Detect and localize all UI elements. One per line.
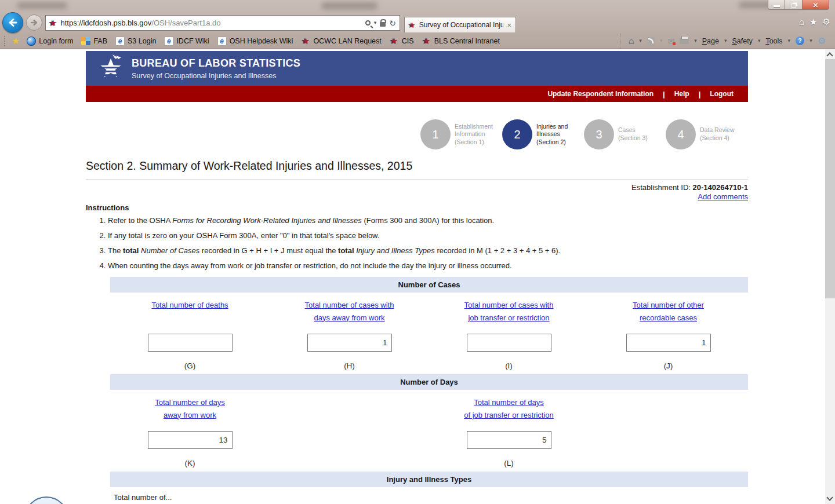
rss-caret-icon[interactable]: ▾ — [660, 38, 663, 43]
window-controls: × — [768, 0, 829, 10]
step-cases[interactable]: 3 Cases (Section 3) — [584, 119, 666, 149]
establishment-id-label: Establishment ID: — [631, 183, 693, 192]
favorites-bar-item[interactable]: Login form — [23, 34, 77, 48]
other-recordable-cases-link-line2[interactable]: recordable cases — [589, 312, 748, 324]
days-away-cases-link-line2[interactable]: days away from work — [270, 312, 429, 324]
input-j-other-recordable[interactable] — [626, 334, 711, 352]
input-g-total-deaths[interactable] — [148, 334, 233, 352]
address-bar[interactable]: ★ https://idcfdosh.psb.bls.gov/OSH/saveP… — [45, 15, 400, 31]
print-icon[interactable] — [680, 38, 689, 44]
input-k-days-away[interactable] — [148, 431, 233, 449]
cases-col-i: Total number of cases with job transfer … — [429, 299, 589, 324]
print-caret-icon[interactable]: ▾ — [694, 38, 697, 43]
forward-button[interactable] — [26, 14, 42, 31]
favorites-bar-item[interactable]: eOSH Helpdesk Wiki — [213, 34, 297, 48]
scrollbar-thumb[interactable] — [825, 59, 835, 298]
code-i: (I) — [429, 361, 589, 370]
code-k: (K) — [110, 459, 270, 468]
refresh-icon[interactable]: ↻ — [389, 19, 396, 27]
add-comments-link[interactable]: Add comments — [698, 192, 748, 201]
restore-icon — [792, 3, 796, 8]
rss-feed-icon[interactable] — [647, 37, 655, 45]
days-away-link[interactable]: Total number of days — [110, 396, 270, 409]
home-page-icon[interactable]: ⌂ — [629, 36, 634, 46]
job-transfer-cases-link-line2[interactable]: job transfer or restriction — [429, 312, 589, 324]
minimize-button[interactable] — [768, 0, 785, 10]
number-of-days-header: Number of Days — [110, 374, 748, 390]
restore-button[interactable] — [785, 0, 803, 10]
favorites-bar-item[interactable]: ★BLS Central Intranet — [418, 34, 504, 48]
favorites-drag-handle[interactable] — [4, 36, 6, 46]
favorites-star-icon[interactable]: ★ — [809, 17, 817, 26]
gear-icon[interactable]: ⚙ — [818, 36, 826, 46]
input-i-job-transfer-cases[interactable] — [467, 334, 551, 352]
step-injuries-illnesses[interactable]: 2 Injuries and Illnesses (Section 2) — [502, 119, 584, 149]
days-inputs-row — [110, 431, 748, 449]
instruction-item: If any total is zero on your OSHA Form 3… — [108, 231, 697, 241]
scroll-down-icon[interactable] — [826, 494, 833, 501]
establishment-meta: Establishment ID: 20-140264710-1 Add com… — [86, 183, 748, 202]
days-codes-row: (K) (L) — [110, 459, 748, 468]
update-respondent-link[interactable]: Update Respondent Information — [547, 90, 654, 98]
url-text[interactable]: https://idcfdosh.psb.bls.gov/OSH/savePar… — [60, 19, 361, 27]
tools-caret-icon[interactable]: ▾ — [788, 38, 791, 43]
site-favicon: ★ — [49, 19, 57, 27]
input-l-days-job-transfer[interactable] — [467, 431, 551, 449]
input-h-days-away-cases[interactable] — [307, 334, 392, 352]
scroll-up-icon[interactable] — [826, 52, 833, 59]
tab-close-icon[interactable]: × — [507, 21, 511, 30]
help-icon[interactable]: ? — [796, 36, 804, 45]
step-4-circle: 4 — [666, 119, 696, 149]
step-establishment-information[interactable]: 1 Establishment Information (Section 1) — [420, 119, 502, 149]
step-data-review[interactable]: 4 Data Review (Section 4) — [666, 119, 747, 149]
logout-link[interactable]: Logout — [710, 90, 734, 98]
cases-codes-row: (G) (H) (I) (J) — [110, 361, 748, 370]
ie-doc-icon: e — [115, 36, 125, 46]
instruction-item: The total Number of Cases recorded in G … — [108, 246, 697, 256]
favorites-bar-item[interactable]: ★OCWC LAN Request — [297, 34, 385, 48]
step-1-label: Establishment Information (Section 1) — [455, 123, 493, 147]
days-away-link-line2[interactable]: away from work — [110, 409, 270, 422]
other-recordable-cases-link[interactable]: Total number of other — [589, 299, 748, 312]
home-caret-icon[interactable]: ▾ — [639, 38, 642, 43]
search-caret-icon[interactable]: ▾ — [374, 20, 377, 25]
page-menu[interactable]: Page — [702, 37, 719, 45]
days-job-transfer-link[interactable]: Total number of days — [429, 396, 589, 409]
favorites-bar-item[interactable]: FAB — [77, 34, 111, 48]
help-caret-icon[interactable]: ▾ — [809, 38, 812, 43]
days-job-transfer-link-line2[interactable]: of job transfer or restriction — [429, 409, 589, 422]
search-icon[interactable] — [365, 20, 371, 25]
home-icon[interactable]: ⌂ — [799, 17, 804, 26]
injury-illness-types-header: Injury and Illness Types — [110, 472, 748, 487]
close-icon: × — [813, 1, 818, 9]
help-link[interactable]: Help — [674, 90, 689, 98]
favorites-item-label: BLS Central Intranet — [434, 37, 500, 45]
read-mail-icon[interactable]: ✉ — [667, 37, 674, 45]
vertical-scrollbar[interactable] — [825, 49, 835, 504]
favorites-bar-item[interactable]: ★CIS — [386, 34, 418, 48]
bls-title: BUREAU OF LABOR STATISTICS — [132, 57, 300, 70]
nav-separator: | — [699, 90, 701, 98]
favorites-item-label: OCWC LAN Request — [313, 37, 381, 45]
browser-tab[interactable]: ★ Survey of Occupational Inju... × — [404, 17, 516, 32]
safety-caret-icon[interactable]: ▾ — [758, 38, 761, 43]
close-button[interactable]: × — [803, 0, 829, 10]
settings-gear-icon[interactable]: ⚙ — [823, 17, 830, 26]
security-lock-icon[interactable] — [380, 22, 386, 27]
notification-bubble[interactable] — [24, 496, 68, 504]
favorites-bar-item[interactable]: eIDCF Wiki — [160, 34, 213, 48]
page-caret-icon[interactable]: ▾ — [724, 38, 727, 43]
tools-menu[interactable]: Tools — [765, 37, 782, 45]
command-bar: ⌂ ▾ ▾ ✉ ▾ Page ▾ Safety ▾ Tools ▾ ? ▾ ⚙ — [620, 33, 826, 49]
favorites-item-label: S3 Login — [128, 37, 156, 45]
total-deaths-link[interactable]: Total number of deaths — [110, 299, 270, 312]
url-host: https://idcfdosh.psb.bls.gov — [60, 19, 151, 27]
back-button[interactable] — [2, 12, 23, 33]
job-transfer-cases-link[interactable]: Total number of cases with — [429, 299, 589, 312]
safety-menu[interactable]: Safety — [732, 37, 752, 45]
redacted-smudge — [17, 2, 67, 9]
add-favorite-icon[interactable]: ★ — [9, 36, 23, 46]
days-links-row: Total number of days away from work Tota… — [110, 396, 748, 421]
days-away-cases-link[interactable]: Total number of cases with — [270, 299, 429, 312]
favorites-bar-item[interactable]: eS3 Login — [111, 34, 160, 48]
